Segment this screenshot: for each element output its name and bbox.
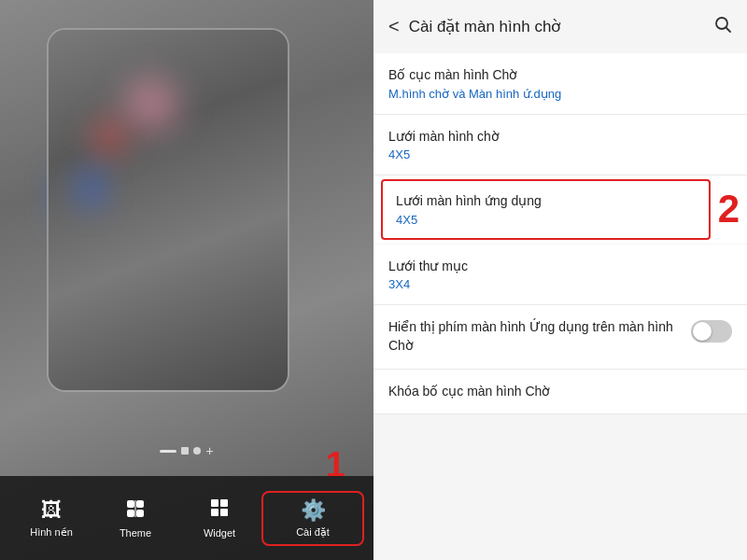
widget-label: Widget <box>204 527 235 539</box>
hien-thi-phim-title: Hiển thị phím màn hình Ứng dụng trên màn… <box>388 318 691 355</box>
setting-item-hien-thi-phim[interactable]: Hiển thị phím màn hình Ứng dụng trên màn… <box>374 305 747 369</box>
toggle-knob <box>693 322 712 341</box>
dot-dash <box>160 450 176 453</box>
page-title: Cài đặt màn hình chờ <box>409 17 704 36</box>
setting-item-bocuc[interactable]: Bố cục màn hình Chờ M.hình chờ và Màn hì… <box>374 53 747 115</box>
luoi-cho-title: Lưới màn hình chờ <box>388 128 732 147</box>
caidat-label: Cài đặt <box>296 526 330 539</box>
search-button[interactable] <box>713 15 732 38</box>
bottom-item-caidat[interactable]: ⚙️ Cài đặt <box>261 491 364 546</box>
bottom-item-widget[interactable]: Widget <box>177 490 261 546</box>
luoi-thu-muc-title: Lưới thư mục <box>388 258 732 276</box>
caidat-icon: ⚙️ <box>301 498 326 523</box>
hien-thi-phim-toggle[interactable] <box>691 320 732 343</box>
khoa-bo-cuc-title: Khóa bố cục màn hình Chờ <box>388 383 732 401</box>
step-number-2: 2 <box>718 189 740 229</box>
bottom-item-hinhnen[interactable]: 🖼 Hình nền <box>9 491 93 546</box>
svg-line-10 <box>726 28 730 32</box>
right-panel: < Cài đặt màn hình chờ Bố cục màn hình C… <box>374 0 747 560</box>
svg-rect-2 <box>127 510 134 517</box>
hinhnen-icon: 🖼 <box>41 498 62 523</box>
hien-thi-phim-row: Hiển thị phím màn hình Ứng dụng trên màn… <box>388 318 732 355</box>
dot-circle <box>193 447 201 455</box>
bocuc-subtitle: M.hình chờ và Màn hình ứ.dụng <box>388 87 732 101</box>
bottom-navigation-bar: 🖼 Hình nền Theme <box>0 476 374 560</box>
svg-rect-3 <box>136 510 144 517</box>
setting-item-luoi-ungdung[interactable]: Lưới màn hình ứng dụng 4X5 <box>381 179 711 240</box>
phone-screen-inner <box>49 30 288 390</box>
svg-rect-5 <box>211 499 218 507</box>
setting-item-luoi-cho[interactable]: Lưới màn hình chờ 4X5 <box>374 115 747 176</box>
setting-item-luoi-thu-muc[interactable]: Lưới thư mục 3X4 <box>374 245 747 306</box>
luoi-cho-subtitle: 4X5 <box>388 147 732 161</box>
widget-icon <box>209 497 230 524</box>
phone-blob-blue <box>67 142 114 235</box>
svg-rect-1 <box>136 500 144 508</box>
theme-label: Theme <box>120 527 151 539</box>
back-button[interactable]: < <box>388 16 400 37</box>
svg-rect-7 <box>211 509 218 516</box>
bottom-item-theme[interactable]: Theme <box>93 491 177 546</box>
dot-square <box>181 447 189 455</box>
left-panel: + 1 🖼 Hình nền Theme <box>0 0 374 560</box>
svg-rect-8 <box>220 509 228 516</box>
luoi-ungdung-title: Lưới màn hình ứng dụng <box>396 192 696 211</box>
dot-plus: + <box>205 444 213 457</box>
hinhnen-label: Hình nền <box>30 526 73 539</box>
page-dots-indicator: + <box>0 444 374 457</box>
luoi-thu-muc-subtitle: 3X4 <box>388 277 732 291</box>
settings-list: Bố cục màn hình Chờ M.hình chờ và Màn hì… <box>374 46 747 560</box>
setting-item-khoa-bo-cuc[interactable]: Khóa bố cục màn hình Chờ <box>374 370 747 415</box>
luoi-ungdung-subtitle: 4X5 <box>396 213 696 227</box>
svg-rect-6 <box>220 499 228 507</box>
theme-icon <box>125 498 146 524</box>
bocuc-title: Bố cục màn hình Chờ <box>388 66 732 85</box>
svg-rect-0 <box>127 500 134 508</box>
svg-point-9 <box>716 18 727 29</box>
hien-thi-phim-text: Hiển thị phím màn hình Ứng dụng trên màn… <box>388 318 691 355</box>
settings-header: < Cài đặt màn hình chờ <box>374 0 747 46</box>
phone-screen-preview <box>47 28 289 392</box>
